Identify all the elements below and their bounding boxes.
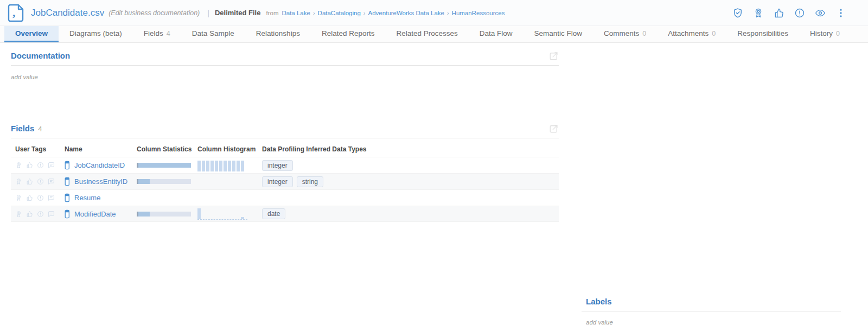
user-tags-cell [15, 162, 65, 169]
fields-column-header: Data Profiling Inferred Data Types [262, 145, 559, 153]
certification-icon[interactable] [15, 211, 22, 218]
header: , JobCandidate.csv (Edit business docume… [0, 0, 868, 26]
certification-icon[interactable] [15, 162, 22, 169]
tab-related-processes[interactable]: Related Processes [385, 26, 468, 42]
tab-related-reports[interactable]: Related Reports [311, 26, 386, 42]
field-row: ModifiedDatedate [11, 206, 559, 222]
field-name-link[interactable]: Resume [74, 194, 100, 202]
tab-label: Data Flow [480, 29, 513, 37]
field-name-cell: Resume [65, 193, 137, 202]
fields-title: Fields [11, 124, 34, 133]
watch-icon[interactable] [815, 8, 826, 18]
thumbs-up-icon[interactable] [26, 194, 33, 201]
tab-relationships[interactable]: Relationships [245, 26, 311, 42]
fields-table-header: User TagsNameColumn StatisticsColumn His… [11, 142, 559, 157]
certification-icon[interactable] [15, 178, 22, 185]
column-histogram-cell [197, 208, 262, 220]
from-label: from [266, 10, 278, 16]
breadcrumb-link[interactable]: HumanRessources [452, 10, 505, 16]
certification-icon[interactable] [753, 8, 764, 18]
tab-label: Data Sample [192, 29, 234, 37]
data-type-badge: date [262, 208, 285, 219]
field-name-link[interactable]: ModifiedDate [74, 210, 116, 218]
thumbs-up-icon[interactable] [26, 211, 33, 218]
breadcrumb: Data Lake›DataCataloging›AdventureWorks … [282, 10, 505, 16]
tab-count: 4 [167, 30, 170, 37]
header-separator: | [207, 9, 209, 17]
field-row: Resume [11, 189, 559, 206]
labels-add-value[interactable]: add value [582, 319, 841, 326]
tab-history[interactable]: History0 [799, 26, 851, 42]
field-name-link[interactable]: BusinessEntityID [74, 177, 127, 186]
tab-label: Overview [15, 29, 48, 37]
tab-label: Responsibilities [737, 29, 788, 37]
breadcrumb-separator-icon: › [447, 10, 449, 16]
documentation-title: Documentation [11, 51, 70, 60]
column-icon [65, 193, 70, 202]
tab-fields[interactable]: Fields4 [133, 26, 181, 42]
column-statistics-cell [137, 212, 197, 217]
alert-icon[interactable] [37, 178, 44, 185]
delimited-file-icon: , [8, 4, 24, 22]
header-actions [732, 8, 860, 18]
tab-data-sample[interactable]: Data Sample [181, 26, 245, 42]
tab-semantic-flow[interactable]: Semantic Flow [524, 26, 593, 42]
data-type-badge: integer [262, 176, 293, 187]
tab-overview[interactable]: Overview [4, 26, 59, 42]
comment-icon[interactable] [48, 194, 55, 201]
documentation-section: Documentation add value [11, 51, 559, 80]
tab-comments[interactable]: Comments0 [593, 26, 657, 42]
column-histogram-cell [197, 160, 262, 171]
tab-data-flow[interactable]: Data Flow [469, 26, 524, 42]
alert-icon[interactable] [794, 8, 805, 18]
column-icon [65, 177, 70, 186]
user-tags-cell [15, 178, 65, 185]
expand-icon[interactable] [549, 124, 559, 133]
fields-count: 4 [38, 125, 42, 133]
tab-responsibilities[interactable]: Responsibilities [726, 26, 799, 42]
tab-label: Attachments [668, 29, 709, 37]
inferred-types-cell: integer [262, 160, 559, 171]
tab-label: Comments [604, 29, 639, 37]
comment-icon[interactable] [48, 162, 55, 169]
column-histogram [197, 160, 247, 171]
field-name-link[interactable]: JobCandidateID [74, 161, 125, 169]
shield-icon[interactable] [732, 8, 743, 18]
comment-icon[interactable] [48, 211, 55, 218]
expand-icon[interactable] [549, 51, 559, 61]
user-tags-cell [15, 211, 65, 218]
thumbs-up-icon[interactable] [26, 162, 33, 169]
alert-icon[interactable] [37, 194, 44, 201]
alert-icon[interactable] [37, 211, 44, 218]
breadcrumb-link[interactable]: AdventureWorks Data Lake [368, 10, 444, 16]
tab-diagrams-beta[interactable]: Diagrams (beta) [59, 26, 133, 42]
more-icon[interactable] [835, 8, 846, 18]
tab-label: Relationships [256, 29, 300, 37]
tab-attachments[interactable]: Attachments0 [657, 26, 726, 42]
field-name-cell: JobCandidateID [65, 161, 137, 170]
alert-icon[interactable] [37, 162, 44, 169]
fields-column-header: Column Histogram [197, 145, 262, 153]
certification-icon[interactable] [15, 194, 22, 201]
edit-business-documentation-link[interactable]: (Edit business documentation) [108, 9, 200, 17]
field-name-cell: BusinessEntityID [65, 177, 137, 186]
tab-bar: OverviewDiagrams (beta)Fields4Data Sampl… [0, 26, 868, 43]
field-row: JobCandidateIDinteger [11, 157, 559, 173]
fields-column-header: User Tags [15, 145, 65, 153]
labels-section: Labels add value [582, 297, 841, 326]
column-statistics-bar [137, 179, 191, 184]
page: , JobCandidate.csv (Edit business docume… [0, 0, 868, 331]
thumbs-up-icon[interactable] [774, 8, 784, 18]
comment-icon[interactable] [48, 178, 55, 185]
thumbs-up-icon[interactable] [26, 178, 33, 185]
breadcrumb-link[interactable]: Data Lake [282, 10, 310, 16]
fields-table: User TagsNameColumn StatisticsColumn His… [11, 142, 559, 222]
documentation-add-value[interactable]: add value [11, 74, 559, 80]
tab-label: Related Processes [396, 29, 457, 37]
inferred-types-cell: date [262, 208, 559, 219]
column-statistics-cell [137, 163, 197, 168]
column-statistics-bar [137, 212, 191, 217]
breadcrumb-link[interactable]: DataCataloging [318, 10, 361, 16]
svg-text:,: , [12, 5, 16, 19]
column-icon [65, 209, 70, 219]
